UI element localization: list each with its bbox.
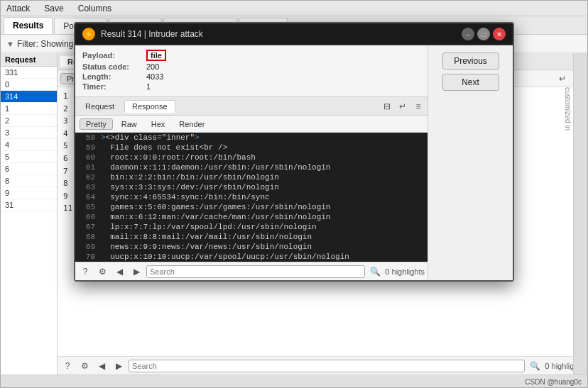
modal-dialog: ⚡ Result 314 | Intruder attack – □ ✕ Pay… <box>74 22 514 282</box>
modal-body: Payload: file Status code: 200 Length: 4… <box>75 45 513 280</box>
line-content: bin:x:2:2:bin:/bin:/usr/sbin/nologin <box>101 173 428 182</box>
line-number: 68 <box>75 233 101 241</box>
code-line: 63 sys:x:3:3:sys:/dev:/usr/sbin/nologin <box>75 182 428 192</box>
modal-title: Result 314 | Intruder attack <box>101 29 459 39</box>
line-content: lp:x:7:7:lp:/var/spool/lpd:/usr/sbin/nol… <box>101 223 428 231</box>
line-content: uucp:x:10:10:uucp:/var/spool/uucp:/usr/s… <box>101 253 428 261</box>
modal-sub-tabs: Pretty Raw Hex Render <box>75 116 428 133</box>
close-button[interactable]: ✕ <box>493 28 506 40</box>
code-line: 70 uucp:x:10:10:uucp:/var/spool/uucp:/us… <box>75 252 428 262</box>
length-row: Length: 4033 <box>82 72 420 81</box>
code-line: 61 daemon:x:1:1:daemon:/usr/sbin:/usr/sb… <box>75 162 428 172</box>
code-line: 58><>div class="inner"> <box>75 133 428 143</box>
help-icon-modal[interactable]: ? <box>78 265 92 279</box>
modal-tab-sep: ⊟ ↵ ≡ <box>381 100 425 113</box>
line-content: mail:x:8:8:mail:/var/mail:/usr/sbin/nolo… <box>101 233 428 241</box>
next-button[interactable]: Next <box>442 74 499 91</box>
payload-label: Payload: <box>82 51 146 60</box>
maximize-button[interactable]: □ <box>477 28 490 40</box>
line-content: root:x:0:0:root:/root:/bin/bash <box>101 153 428 162</box>
modal-sub-tab-hex[interactable]: Hex <box>146 119 171 129</box>
timer-label: Timer: <box>82 82 146 91</box>
line-content: ><>div class="inner"> <box>101 133 428 142</box>
modal-code-content: 58><>div class="inner">59 File does not … <box>75 133 428 262</box>
code-line: 64 sync:x:4:65534:sync:/bin:/bin/sync <box>75 192 428 202</box>
line-number: 58 <box>75 133 101 142</box>
line-content: File does not exist<br /> <box>101 143 428 152</box>
line-number: 66 <box>75 213 101 221</box>
line-number: 67 <box>75 223 101 231</box>
line-number: 69 <box>75 243 101 251</box>
modal-tab-request[interactable]: Request <box>78 101 121 112</box>
modal-icon: ⚡ <box>82 28 95 40</box>
menu-icon[interactable]: ≡ <box>412 100 425 113</box>
payload-row: Payload: file <box>82 50 420 61</box>
payload-value: file <box>146 50 166 61</box>
previous-button[interactable]: Previous <box>442 52 499 70</box>
modal-info: Payload: file Status code: 200 Length: 4… <box>75 45 428 97</box>
code-line: 60 root:x:0:0:root:/root:/bin/bash <box>75 153 428 162</box>
code-line: 66 man:x:6:12:man:/var/cache/man:/usr/sb… <box>75 212 428 222</box>
modal-sub-tab-pretty[interactable]: Pretty <box>80 118 113 130</box>
modal-right-panel: Previous Next <box>428 45 513 280</box>
search-icon-modal[interactable]: 🔍 <box>368 265 382 279</box>
modal-tab-response[interactable]: Response <box>124 100 175 113</box>
length-value: 4033 <box>146 72 163 81</box>
modal-sub-tab-render[interactable]: Render <box>173 119 210 129</box>
length-label: Length: <box>82 72 146 81</box>
code-line: 65 games:x:5:60:games:/usr/games:/usr/sb… <box>75 202 428 212</box>
line-number: 63 <box>75 183 101 192</box>
back-icon-modal[interactable]: ◀ <box>112 265 126 279</box>
format-icon[interactable]: ⊟ <box>381 100 393 113</box>
modal-search-input[interactable] <box>146 265 365 278</box>
line-number: 65 <box>75 203 101 211</box>
modal-left: Payload: file Status code: 200 Length: 4… <box>75 45 428 280</box>
line-content: news:x:9:9:news:/var/news:/usr/sbin/nolo… <box>101 243 428 251</box>
code-line: 69 news:x:9:9:news:/var/news:/usr/sbin/n… <box>75 242 428 252</box>
wrap-icon[interactable]: ↵ <box>396 100 409 113</box>
line-content: sys:x:3:3:sys:/dev:/usr/sbin/nologin <box>101 183 428 192</box>
forward-icon-modal[interactable]: ▶ <box>129 265 143 279</box>
line-number: 60 <box>75 153 101 162</box>
app-window: Attack Save Columns Results Positions Pa… <box>0 0 588 388</box>
timer-value: 1 <box>146 82 151 91</box>
timer-row: Timer: 1 <box>82 82 420 91</box>
line-number: 62 <box>75 173 101 182</box>
code-line: 59 File does not exist<br /> <box>75 143 428 153</box>
modal-sub-tab-raw[interactable]: Raw <box>116 119 143 129</box>
code-line: 62 bin:x:2:2:bin:/bin:/usr/sbin/nologin <box>75 172 428 182</box>
line-content: games:x:5:60:games:/usr/games:/usr/sbin/… <box>101 203 428 211</box>
line-number: 70 <box>75 253 101 261</box>
settings-icon-modal[interactable]: ⚙ <box>95 265 109 279</box>
modal-highlights-label: 0 highlights <box>385 267 425 276</box>
modal-bottom-toolbar: ? ⚙ ◀ ▶ 🔍 0 highlights <box>75 262 428 280</box>
modal-tabs: Request Response ⊟ ↵ ≡ <box>75 97 428 116</box>
modal-overlay: ⚡ Result 314 | Intruder attack – □ ✕ Pay… <box>1 1 587 387</box>
code-line: 67 lp:x:7:7:lp:/var/spool/lpd:/usr/sbin/… <box>75 222 428 232</box>
line-content: daemon:x:1:1:daemon:/usr/sbin:/usr/sbin/… <box>101 163 428 172</box>
modal-titlebar: ⚡ Result 314 | Intruder attack – □ ✕ <box>75 23 513 45</box>
line-content: sync:x:4:65534:sync:/bin:/bin/sync <box>101 193 428 201</box>
line-number: 61 <box>75 163 101 172</box>
code-line: 68 mail:x:8:8:mail:/var/mail:/usr/sbin/n… <box>75 232 428 242</box>
line-number: 59 <box>75 143 101 152</box>
line-content: man:x:6:12:man:/var/cache/man:/usr/sbin/… <box>101 213 428 221</box>
line-number: 64 <box>75 193 101 201</box>
status-row: Status code: 200 <box>82 62 420 71</box>
status-value: 200 <box>146 62 159 71</box>
status-label: Status code: <box>82 62 146 71</box>
minimize-button[interactable]: – <box>462 28 474 40</box>
